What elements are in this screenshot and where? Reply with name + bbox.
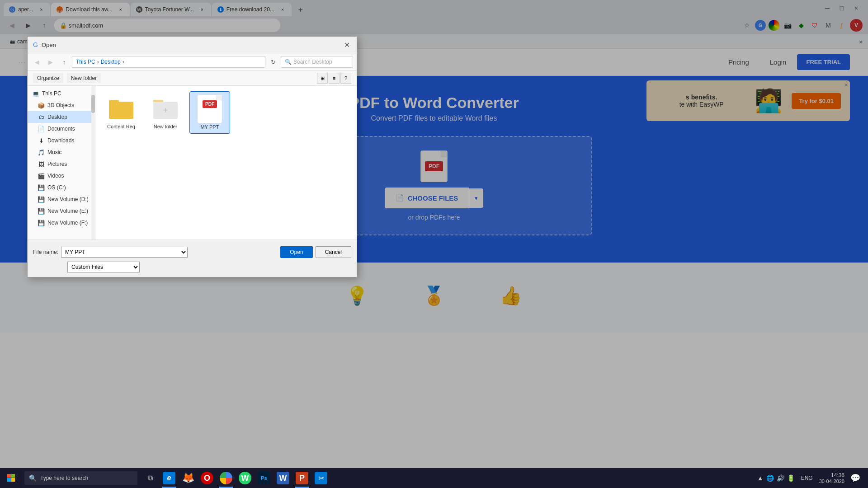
view-details-button[interactable]: ≡ bbox=[329, 73, 340, 84]
sidebar-item-pictures[interactable]: 🖼 Pictures bbox=[28, 158, 95, 170]
system-tray: ▲ 🌐 🔊 🔋 ENG 14:36 30-04-2020 💬 bbox=[752, 471, 868, 485]
sidebar-item-documents[interactable]: 📄 Documents bbox=[28, 123, 95, 135]
content-req-folder-icon bbox=[109, 98, 133, 119]
tray-speaker-icon[interactable]: 🔊 bbox=[777, 474, 784, 482]
taskbar-whatsapp-icon[interactable]: W bbox=[236, 468, 254, 488]
new-volume-d-icon: 💾 bbox=[38, 196, 45, 203]
filename-label: File name: bbox=[33, 249, 58, 255]
tray-icons: ▲ 🌐 🔊 🔋 bbox=[757, 474, 795, 482]
my-ppt-pdf-icon: PDF bbox=[197, 94, 222, 123]
sidebar-item-osc[interactable]: 💾 OS (C:) bbox=[28, 182, 95, 193]
downloads-icon: ⬇ bbox=[38, 137, 45, 144]
taskbar-photoshop-icon[interactable]: Ps bbox=[255, 468, 273, 488]
taskbar-search[interactable]: 🔍 Type here to search bbox=[24, 471, 137, 485]
taskbar-snip-icon[interactable]: ✂ bbox=[312, 468, 330, 488]
sidebar-item-desktop[interactable]: 🗂 Desktop bbox=[28, 111, 95, 123]
my-ppt-filename: MY PPT bbox=[201, 124, 219, 130]
dialog-organizer-toolbar: Organize New folder ⊞ ≡ ? bbox=[28, 71, 357, 86]
dialog-body: 💻 This PC 📦 3D Objects 🗂 Desktop 📄 Docum… bbox=[28, 86, 357, 239]
dialog-forward-button[interactable]: ▶ bbox=[45, 56, 57, 68]
start-button[interactable] bbox=[0, 468, 23, 488]
dialog-close-button[interactable]: ✕ bbox=[342, 40, 351, 49]
task-view-button[interactable]: ⧉ bbox=[141, 468, 159, 488]
dialog-path-bar[interactable]: This PC › Desktop › bbox=[72, 56, 265, 68]
notification-button[interactable]: 💬 bbox=[848, 471, 863, 485]
powerpoint-icon: P bbox=[296, 472, 308, 484]
dialog-path-desktop[interactable]: Desktop bbox=[101, 59, 121, 65]
pdf-fold bbox=[217, 95, 222, 100]
sidebar-item-new-volume-d[interactable]: 💾 New Volume (D:) bbox=[28, 193, 95, 205]
view-buttons: ⊞ ≡ ? bbox=[317, 73, 351, 84]
clock-time: 14:36 bbox=[819, 472, 844, 479]
sidebar-item-new-volume-e[interactable]: 💾 New Volume (E:) bbox=[28, 205, 95, 217]
view-grid-button[interactable]: ⊞ bbox=[317, 73, 328, 84]
filename-input[interactable]: MY PPT bbox=[61, 247, 188, 258]
dialog-search-icon: 🔍 bbox=[285, 59, 292, 65]
system-clock[interactable]: 14:36 30-04-2020 bbox=[819, 472, 844, 484]
dialog-path-sep2: › bbox=[123, 59, 124, 65]
dialog-path-thispc[interactable]: This PC bbox=[76, 59, 95, 65]
word-icon: W bbox=[277, 472, 289, 484]
tray-battery-icon[interactable]: 🔋 bbox=[787, 474, 795, 482]
taskbar-search-text: Type here to search bbox=[40, 475, 88, 481]
file-item-content-req[interactable]: Content Req bbox=[101, 91, 142, 134]
organize-button[interactable]: Organize bbox=[33, 73, 63, 83]
filetype-select[interactable]: Custom Files bbox=[67, 262, 140, 272]
taskbar-firefox-icon[interactable]: 🦊 bbox=[179, 468, 197, 488]
taskbar-edge-icon[interactable]: e bbox=[160, 468, 178, 488]
dialog-open-button[interactable]: Open bbox=[280, 246, 312, 258]
sidebar-item-3dobjects[interactable]: 📦 3D Objects bbox=[28, 99, 95, 111]
taskbar-powerpoint-icon[interactable]: P bbox=[293, 468, 311, 488]
language-indicator: ENG bbox=[798, 475, 816, 481]
sidebar-item-videos[interactable]: 🎬 Videos bbox=[28, 170, 95, 182]
edge-icon: e bbox=[163, 472, 175, 484]
dialog-titlebar: G Open ✕ bbox=[28, 37, 357, 53]
sidebar-item-music[interactable]: 🎵 Music bbox=[28, 146, 95, 158]
taskbar-opera-icon[interactable]: O bbox=[198, 468, 216, 488]
sidebar-item-new-volume-f[interactable]: 💾 New Volume (F:) bbox=[28, 217, 95, 229]
dialog-filename-section: File name: MY PPT bbox=[33, 247, 188, 258]
dialog-title-area: G Open bbox=[33, 41, 56, 48]
sidebar-item-thispc[interactable]: 💻 This PC bbox=[28, 88, 95, 99]
open-dialog: G Open ✕ ◀ ▶ ↑ This PC › Desktop › ↻ 🔍 S… bbox=[27, 36, 357, 277]
sidebar-item-downloads[interactable]: ⬇ Downloads bbox=[28, 135, 95, 146]
sidebar-documents-label: Documents bbox=[47, 126, 75, 132]
dialog-cancel-button[interactable]: Cancel bbox=[316, 246, 351, 258]
sidebar-new-volume-e-label: New Volume (E:) bbox=[47, 208, 88, 214]
new-folder-folder-icon: + bbox=[153, 98, 178, 119]
svg-rect-2 bbox=[7, 478, 11, 482]
dialog-refresh-button[interactable]: ↻ bbox=[267, 56, 279, 68]
desktop-icon: 🗂 bbox=[38, 113, 45, 121]
svg-rect-0 bbox=[7, 474, 11, 478]
dialog-chrome-icon: G bbox=[33, 41, 38, 48]
dialog-overlay: G Open ✕ ◀ ▶ ↑ This PC › Desktop › ↻ 🔍 S… bbox=[0, 0, 868, 488]
sidebar-music-label: Music bbox=[47, 149, 61, 155]
dialog-search-box[interactable]: 🔍 Search Desktop bbox=[281, 56, 353, 68]
file-item-my-ppt[interactable]: PDF MY PPT bbox=[189, 91, 230, 134]
dialog-up-button[interactable]: ↑ bbox=[58, 56, 70, 68]
svg-rect-3 bbox=[11, 478, 15, 482]
dialog-back-button[interactable]: ◀ bbox=[31, 56, 43, 68]
taskbar-word-icon[interactable]: W bbox=[274, 468, 292, 488]
dialog-path-sep1: › bbox=[97, 59, 99, 65]
firefox-icon: 🦊 bbox=[182, 472, 194, 484]
new-folder-button[interactable]: New folder bbox=[67, 73, 101, 83]
sidebar-scrollbar[interactable] bbox=[91, 86, 95, 239]
dialog-files-area: Content Req + New folder bbox=[95, 86, 357, 239]
sidebar-pictures-label: Pictures bbox=[47, 161, 67, 167]
tray-expand-icon[interactable]: ▲ bbox=[757, 474, 764, 482]
tray-network-icon[interactable]: 🌐 bbox=[766, 474, 774, 482]
sidebar-new-volume-d-label: New Volume (D:) bbox=[47, 196, 89, 202]
new-folder-filename: New folder bbox=[154, 124, 178, 129]
snip-icon: ✂ bbox=[315, 472, 327, 484]
dialog-toolbar: ◀ ▶ ↑ This PC › Desktop › ↻ 🔍 Search Des… bbox=[28, 53, 357, 71]
sidebar-desktop-label: Desktop bbox=[47, 114, 67, 120]
dialog-command-bar: File name: MY PPT Open Cancel bbox=[33, 244, 351, 260]
taskbar-chrome-icon[interactable] bbox=[217, 468, 235, 488]
sidebar-videos-label: Videos bbox=[47, 173, 64, 179]
music-icon: 🎵 bbox=[38, 149, 45, 156]
chrome-icon bbox=[220, 472, 232, 484]
help-button[interactable]: ? bbox=[340, 73, 351, 84]
file-item-new-folder[interactable]: + New folder bbox=[145, 91, 186, 134]
clock-date: 30-04-2020 bbox=[819, 479, 844, 484]
